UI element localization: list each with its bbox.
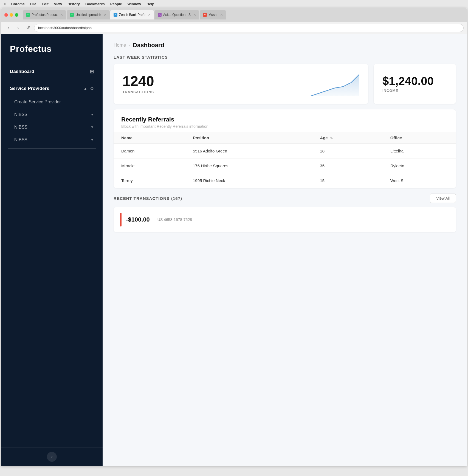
tab5-icon: V [203,13,207,17]
transactions-title: RECENT TRANSACTIONS [114,196,170,201]
nibss1-label: NIBSS [14,112,27,117]
sidebar-collapse-button[interactable]: ‹ [47,452,57,462]
breadcrumb: Home · Dashboard [103,34,467,52]
tab-3[interactable]: ≡ Zenith Bank Profe ✕ [110,10,154,19]
transaction-id: US 4658-1678-7528 [157,217,192,222]
sidebar-item-service-providers-label: Service Providers [10,86,49,91]
referrals-title: Recently Referrals [121,116,448,123]
svg-marker-0 [310,74,359,96]
tab4-close-icon[interactable]: ✕ [193,13,196,17]
address-bar[interactable] [34,24,464,32]
sidebar-item-nibss-1[interactable]: NIBSS ▼ [1,108,103,121]
apple-icon[interactable]:  [4,2,6,6]
sidebar-logo: Profectus [1,34,103,62]
tab5-close-icon[interactable]: ✕ [220,13,223,17]
income-card: $1,240.00 INCOME [374,64,456,104]
sidebar-item-dashboard-label: Dashboard [10,69,34,74]
file-menu[interactable]: File [30,2,36,6]
sidebar-divider2 [8,80,96,80]
breadcrumb-home[interactable]: Home [114,42,126,48]
tab5-label: Mush- [208,13,218,17]
sidebar-nav: Dashboard ⊞ Service Providers ▲ ⚙ [1,62,103,447]
transactions-section: RECENT TRANSACTIONS (167) View All -$100… [103,194,467,240]
tab4-icon: A [158,13,162,17]
reload-button[interactable]: ↺ [24,24,32,32]
transactions-count: (167) [171,196,182,201]
chrome-menu[interactable]: Chrome [11,2,25,6]
chevron-down-icon-2: ▼ [91,125,94,129]
tab2-label: Untitled spreadsh [75,13,101,17]
row2-age: 35 [312,158,382,173]
breadcrumb-current: Dashboard [133,42,164,49]
table-row: Miracle 176 Hirthe Squares 35 Ryleeto [114,158,456,173]
table-header-row: Name Position Age ⇅ Office [114,132,456,144]
view-all-button[interactable]: View All [430,194,456,203]
gear-icon[interactable]: ⚙ [90,86,94,91]
sort-icon: ⇅ [330,136,333,140]
nibss3-label: NIBSS [14,137,27,142]
referrals-card: Recently Referrals Block with important … [114,109,456,188]
stats-title: LAST WEEK STATISTICS [114,55,456,59]
transactions-label: TRANSACTIONS [122,90,154,94]
col-name: Name [114,132,185,144]
history-menu[interactable]: History [67,2,80,6]
referrals-table: Name Position Age ⇅ Office [114,132,456,188]
create-service-provider-label: Create Service Provider [14,100,61,104]
tab2-close-icon[interactable]: ✕ [104,13,106,17]
transaction-indicator [120,213,122,226]
income-label: INCOME [382,89,434,93]
tab1-close-icon[interactable]: ✕ [60,13,63,17]
back-button[interactable]: ‹ [4,24,12,32]
sidebar-item-service-providers[interactable]: Service Providers ▲ ⚙ [1,81,103,96]
tab3-close-icon[interactable]: ✕ [148,13,151,17]
referrals-subtitle: Block with important Recently Referrals … [121,124,448,129]
edit-menu[interactable]: Edit [42,2,49,6]
table-row: Damon 5516 Adolfo Green 18 Littelha [114,144,456,158]
help-menu[interactable]: Help [146,2,154,6]
chevron-up-icon: ▲ [83,86,87,91]
chevron-down-icon-3: ▼ [91,138,94,142]
col-position: Position [185,132,312,144]
row2-office: Ryleeto [383,158,456,173]
traffic-lights [4,13,18,17]
tab-2[interactable]: + Untitled spreadsh ✕ [67,10,109,19]
col-age[interactable]: Age ⇅ [312,132,382,144]
transactions-header: RECENT TRANSACTIONS (167) View All [114,194,456,203]
tab4-label: Ask a Question - S [163,13,191,17]
close-button[interactable] [4,13,8,17]
row1-office: Littelha [383,144,456,158]
forward-button[interactable]: › [14,24,22,32]
tab-4[interactable]: A Ask a Question - S ✕ [154,10,199,19]
transaction-amount: -$100.00 [126,216,150,223]
tab-1[interactable]: + Profectus Product ✕ [23,10,66,19]
sidebar-item-dashboard[interactable]: Dashboard ⊞ [1,64,103,79]
minimize-button[interactable] [10,13,13,17]
transactions-value: 1240 [122,74,154,88]
os-menubar:  Chrome File Edit View History Bookmark… [0,0,468,8]
row2-position: 176 Hirthe Squares [185,158,312,173]
maximize-button[interactable] [15,13,18,17]
tab-5[interactable]: V Mush- ✕ [200,10,226,19]
row3-office: West S [383,173,456,188]
sidebar: Profectus Dashboard ⊞ Service Provider [1,34,103,466]
bookmarks-menu[interactable]: Bookmarks [85,2,105,6]
tab1-icon: + [26,13,30,17]
sidebar-item-nibss-3[interactable]: NIBSS ▼ [1,134,103,146]
tabs-bar: + Profectus Product ✕ + Untitled spreads… [23,10,464,19]
table-row: Torrey 1995 Richie Neck 15 West S [114,173,456,188]
sidebar-item-create-service-provider[interactable]: Create Service Provider [1,96,103,108]
browser-toolbar: ‹ › ↺ [1,22,467,34]
browser-window: + Profectus Product ✕ + Untitled spreads… [1,8,467,466]
window-menu[interactable]: Window [127,2,141,6]
row3-position: 1995 Richie Neck [185,173,312,188]
row2-name: Miracle [114,158,185,173]
sidebar-divider3 [8,148,96,149]
stats-section: LAST WEEK STATISTICS 1240 TRANSACTIONS [103,52,467,109]
view-menu[interactable]: View [54,2,62,6]
nibss2-label: NIBSS [14,125,27,130]
people-menu[interactable]: People [110,2,122,6]
browser-titlebar: + Profectus Product ✕ + Untitled spreads… [1,8,467,22]
transaction-item: -$100.00 US 4658-1678-7528 [114,207,456,232]
sidebar-item-nibss-2[interactable]: NIBSS ▼ [1,121,103,134]
stats-cards: 1240 TRANSACTIONS [114,64,456,104]
